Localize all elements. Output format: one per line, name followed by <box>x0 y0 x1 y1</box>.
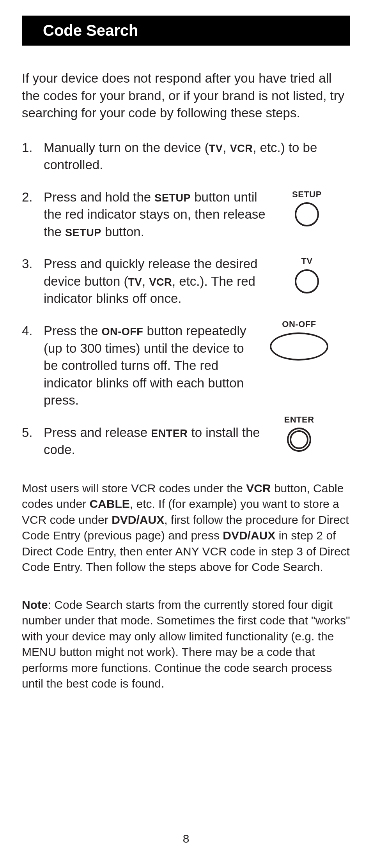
vcr-bold: VCR <box>246 482 271 495</box>
steps-list: Manually turn on the device (TV, VCR, et… <box>22 139 350 459</box>
step-4: Press the ON-OFF button repeatedly (up t… <box>22 322 350 409</box>
vcr-label: VCR <box>149 276 172 288</box>
step-1-text: Manually turn on the device (TV, VCR, et… <box>44 139 350 174</box>
text: Press the <box>44 324 102 338</box>
tv-button-diagram: TV <box>274 255 340 293</box>
vcr-label: VCR <box>230 143 253 154</box>
section-title: Code Search <box>22 16 350 46</box>
step-2: Press and hold the SETUP button until th… <box>22 189 350 241</box>
step-5-text: Press and release ENTER to install the c… <box>44 424 266 459</box>
setup-label: SETUP <box>154 192 191 204</box>
cable-bold: CABLE <box>89 497 129 510</box>
text: : Code Search starts from the currently … <box>22 598 350 690</box>
text: , <box>142 274 149 288</box>
note-paragraph: Note: Code Search starts from the curren… <box>22 597 350 692</box>
text: , <box>223 140 230 155</box>
step-1: Manually turn on the device (TV, VCR, et… <box>22 139 350 174</box>
onoff-button-label: ON-OFF <box>282 318 316 330</box>
setup-button-diagram: SETUP <box>274 189 340 227</box>
dvdaux-bold: DVD/AUX <box>112 513 164 526</box>
intro-paragraph: If your device does not respond after yo… <box>22 70 350 122</box>
text: Most users will store VCR codes under th… <box>22 482 246 495</box>
step-2-text: Press and hold the SETUP button until th… <box>44 189 274 241</box>
text: Press and hold the <box>44 190 154 204</box>
tv-label: TV <box>128 276 142 288</box>
enter-button-icon <box>287 428 311 452</box>
text: Press and release <box>44 425 151 440</box>
note-bold: Note <box>22 598 48 611</box>
step-3: Press and quickly release the desired de… <box>22 255 350 308</box>
enter-button-label: ENTER <box>284 414 314 426</box>
tv-button-icon <box>295 269 319 293</box>
page-number: 8 <box>0 832 372 845</box>
setup-label: SETUP <box>65 227 101 239</box>
step-4-text: Press the ON-OFF button repeatedly (up t… <box>44 322 266 409</box>
text: Manually turn on the device ( <box>44 140 209 155</box>
tv-label: TV <box>209 143 223 154</box>
setup-button-icon <box>295 202 319 226</box>
enter-button-diagram: ENTER <box>266 414 332 452</box>
tv-button-label: TV <box>301 255 312 267</box>
page: Code Search If your device does not resp… <box>0 0 372 868</box>
dvdaux-bold: DVD/AUX <box>223 529 275 542</box>
storage-paragraph: Most users will store VCR codes under th… <box>22 481 350 575</box>
onoff-label: ON-OFF <box>102 326 143 338</box>
step-3-text: Press and quickly release the desired de… <box>44 255 274 308</box>
enter-button-inner-ring <box>290 430 308 449</box>
step-5: Press and release ENTER to install the c… <box>22 424 350 459</box>
text: button. <box>101 225 144 239</box>
setup-button-label: SETUP <box>292 189 322 200</box>
onoff-button-diagram: ON-OFF <box>266 318 332 361</box>
enter-label: ENTER <box>151 428 188 439</box>
onoff-button-icon <box>270 332 328 361</box>
